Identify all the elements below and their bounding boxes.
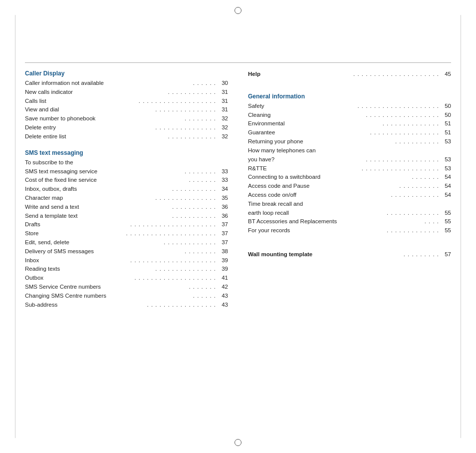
page-border-left [15, 15, 15, 438]
toc-item-num: 32 [216, 123, 228, 132]
toc-item-text: BT Accessories and Replacements [248, 217, 425, 226]
toc-item-text: Cost of the fixed line service [25, 176, 189, 185]
toc-item-text: SMS Service Centre numbers [25, 283, 189, 292]
toc-item-dots: . . . . . . . . . . . . [391, 191, 440, 200]
toc-item-dots: . . . . . . . . . . . . . . . . . . . . … [126, 229, 216, 238]
toc-item-dots: . . . . . . . . . . . [172, 185, 216, 194]
toc-item-dots: . . . . . . . . . . . [172, 212, 216, 221]
toc-item-num: 34 [216, 185, 228, 194]
toc-item-text: Delete entire list [25, 132, 168, 141]
toc-item: Store . . . . . . . . . . . . . . . . . … [25, 229, 228, 238]
toc-item-num: 31 [216, 88, 228, 97]
toc-wall-text: Wall mounting template [248, 250, 404, 259]
toc-item-dots: . . . . . . . . . . . . . . [383, 119, 439, 128]
toc-item: SMS text messaging service . . . . . . .… [25, 167, 228, 176]
toc-item-text: Access code on/off [248, 191, 391, 200]
toc-item-num: 55 [439, 226, 451, 235]
toc-item: For your records . . . . . . . . . . . .… [248, 226, 451, 235]
toc-help-text: Help [248, 70, 353, 79]
toc-item-num: 43 [216, 292, 228, 301]
toc-item-dots: . . . . . . . . . . . . . . . . . . . [139, 97, 216, 106]
toc-item-dots: . . . . . . . . . . . . . . . . . . . [362, 164, 439, 173]
toc-item-dots: . . . . . . . . . . . . [168, 88, 217, 97]
toc-item-text: you have? [248, 155, 366, 164]
toc-item-num: 31 [216, 97, 228, 106]
toc-item-text: Character map [25, 194, 155, 203]
toc-help-dots: . . . . . . . . . . . . . . . . . . . . … [353, 70, 439, 79]
toc-item-num: 30 [216, 79, 228, 88]
toc-item-num: 36 [216, 212, 228, 221]
toc-item-num: 50 [439, 111, 451, 120]
toc-item-num: 39 [216, 256, 228, 265]
toc-item-text: Time break recall and [248, 200, 439, 209]
toc-item: Drafts . . . . . . . . . . . . . . . . .… [25, 220, 228, 229]
toc-item-dots: . . . . . . . [189, 283, 216, 292]
toc-item: Edit, send, delete . . . . . . . . . . .… [25, 238, 228, 247]
toc-item-text: New calls indicator [25, 88, 168, 97]
page-border-right [461, 15, 461, 438]
toc-item: Access code on/off . . . . . . . . . . .… [248, 191, 451, 200]
toc-item-text: Connecting to a switchboard [248, 173, 412, 182]
toc-item: Delete entry . . . . . . . . . . . . . .… [25, 123, 228, 132]
toc-item-text: Delete entry [25, 123, 155, 132]
toc-wall-dots: . . . . . . . . . [404, 250, 439, 259]
toc-item-text: SMS text messaging service [25, 167, 185, 176]
toc-item-dots: . . . . [425, 217, 439, 226]
toc-item: Caller information not available . . . .… [25, 79, 228, 88]
toc-item-dots: . . . . . . . [412, 173, 439, 182]
section-heading: Caller Display [25, 70, 228, 77]
toc-item-text: Inbox, outbox, drafts [25, 185, 172, 194]
toc-item: Send a template text . . . . . . . . . .… [25, 212, 228, 221]
toc-item-text: R&TTE [248, 164, 362, 173]
toc-item: Character map . . . . . . . . . . . . . … [25, 194, 228, 203]
toc-item: Time break recall and [248, 200, 451, 209]
toc-item-dots: . . . . . . . . [185, 247, 216, 256]
toc-item: To subscribe to the [25, 158, 228, 167]
toc-item-num: 35 [216, 194, 228, 203]
toc-item-num: 50 [439, 102, 451, 111]
col-right: Help . . . . . . . . . . . . . . . . . .… [248, 70, 451, 428]
h-rule [25, 62, 451, 63]
toc-item-text: Sub-address [25, 301, 147, 310]
toc-item-num: 54 [439, 182, 451, 191]
toc-item: How many telephones can [248, 146, 451, 155]
toc-item-num [216, 158, 228, 167]
toc-item-text: To subscribe to the [25, 158, 216, 167]
toc-item-dots: . . . . . . . . . . . . [168, 132, 217, 141]
toc-item-text: How many telephones can [248, 146, 439, 155]
toc-item-num: 37 [216, 220, 228, 229]
main-content: Caller DisplayCaller information not ava… [25, 70, 451, 428]
toc-item-text: Reading texts [25, 265, 155, 274]
toc-item-num: 51 [439, 119, 451, 128]
toc-item: Delete entire list . . . . . . . . . . .… [25, 132, 228, 141]
toc-item-text: Cleaning [248, 111, 366, 120]
toc-item-text: View and dial [25, 105, 155, 114]
toc-item-text: Save number to phonebook [25, 114, 185, 123]
toc-item-text: Returning your phone [248, 137, 395, 146]
toc-item-num: 33 [216, 167, 228, 176]
toc-item-dots: . . . . . . [193, 79, 216, 88]
toc-item: Outbox . . . . . . . . . . . . . . . . .… [25, 274, 228, 283]
toc-item-dots: . . . . . . . . . . . [395, 137, 439, 146]
toc-item: Environmental . . . . . . . . . . . . . … [248, 119, 451, 128]
toc-item-num: 32 [216, 114, 228, 123]
toc-item: Reading texts . . . . . . . . . . . . . … [25, 265, 228, 274]
toc-item: BT Accessories and Replacements . . . .5… [248, 217, 451, 226]
toc-item: Inbox . . . . . . . . . . . . . . . . . … [25, 256, 228, 265]
toc-item: Delivery of SMS messages . . . . . . . .… [25, 247, 228, 256]
toc-item: Cleaning . . . . . . . . . . . . . . . .… [248, 111, 451, 120]
toc-item: SMS Service Centre numbers . . . . . . .… [25, 283, 228, 292]
toc-item-dots: . . . . . . . . . . . . . . . . . . [366, 111, 439, 120]
toc-item-num: 32 [216, 132, 228, 141]
circle-top [235, 7, 241, 14]
circle-bottom [235, 439, 241, 446]
toc-item-num: 54 [439, 191, 451, 200]
toc-item-text: Edit, send, delete [25, 238, 164, 247]
toc-item-num [439, 200, 451, 209]
toc-item: earth loop recall . . . . . . . . . . . … [248, 209, 451, 218]
toc-item-num: 38 [216, 247, 228, 256]
toc-item-dots: . . . . . . . . . . [399, 182, 439, 191]
toc-item-text: For your records [248, 226, 387, 235]
toc-item-num: 37 [216, 229, 228, 238]
toc-item-dots: . . . . . . . . . . . . . . . . . [147, 301, 216, 310]
